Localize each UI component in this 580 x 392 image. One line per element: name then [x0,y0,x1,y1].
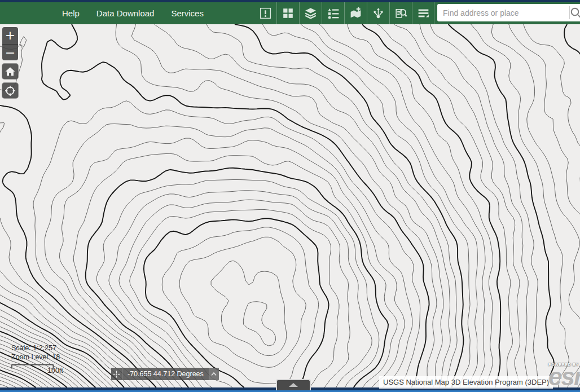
chevron-up-icon [210,371,217,377]
search-icon [570,7,580,19]
share-icon [371,6,385,20]
map-viewport[interactable] [0,24,580,387]
layers-button[interactable] [299,2,322,24]
search-box [437,4,580,21]
scalebar-label: 100ft [47,367,63,375]
menu-list-icon [416,6,430,20]
zoom-level-text: Zoom Level: 18 [11,353,60,362]
zoom-control: + − [2,27,19,61]
coordinate-bar: -70.655 44.712 Degrees [111,368,219,380]
menu-data-download[interactable]: Data Download [96,8,155,18]
alert-icon [258,6,273,20]
add-data-icon [349,6,363,20]
add-data-button[interactable] [344,2,367,24]
layers-icon [304,6,318,20]
esri-logo: POWERED BY esri [548,363,580,387]
locate-button[interactable] [2,82,19,99]
zoom-out-button[interactable]: − [2,44,18,61]
attribute-table-tab[interactable] [276,379,311,390]
legend-icon [326,6,340,20]
topo-contours [0,24,580,387]
app-header: Help Data Download Services [0,2,580,24]
chevron-up-icon [289,383,298,387]
home-button[interactable] [2,63,19,80]
basemap-grid-icon [281,6,295,20]
search-input[interactable] [437,4,569,21]
search-button[interactable] [570,4,580,21]
coordinate-mode-button[interactable] [111,368,122,380]
zoom-in-button[interactable]: + [2,27,18,44]
scale-panel: Scale: 1:2,257 Zoom Level: 18 [11,344,60,362]
main-menu: Help Data Download Services [62,2,204,24]
scale-text: Scale: 1:2,257 [11,344,60,353]
home-icon [4,65,16,78]
coordinate-collapse-button[interactable] [209,368,219,380]
esri-brand: esri [548,367,580,387]
menu-list-button[interactable] [412,2,434,24]
legend-button[interactable] [322,2,344,24]
share-button[interactable] [367,2,389,24]
alert-button[interactable] [254,2,276,24]
coordinate-readout: -70.655 44.712 Degrees [122,368,209,380]
crosshair-icon [113,371,120,378]
menu-help[interactable]: Help [62,8,80,18]
basemap-button[interactable] [276,2,299,24]
query-button[interactable] [389,2,412,24]
locate-icon [4,85,16,97]
attribution-text: USGS National Map 3D Elevation Program (… [379,376,553,389]
query-icon [394,6,408,20]
national-map-viewer: Help Data Download Services [0,0,580,392]
menu-services[interactable]: Services [171,8,204,18]
toolbar [254,2,434,24]
